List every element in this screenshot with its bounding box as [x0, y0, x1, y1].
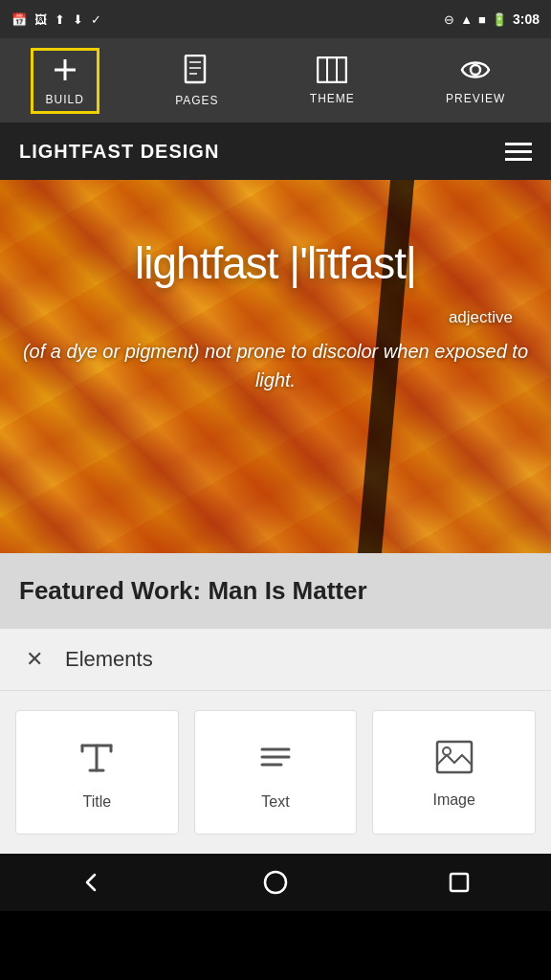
- build-label: BUILD: [46, 93, 84, 106]
- hero-description: (of a dye or pigment) not prone to disco…: [19, 337, 532, 394]
- element-image-card[interactable]: Image: [372, 710, 536, 835]
- nav-bar: LIGHTFAST DESIGN: [0, 122, 551, 180]
- build-tab[interactable]: BUILD: [31, 48, 99, 114]
- text-icon: [256, 738, 295, 782]
- preview-tab[interactable]: PREVIEW: [430, 49, 520, 113]
- pages-label: PAGES: [175, 94, 218, 107]
- hero-section: lightfast |'lītfast| adjective (of a dye…: [0, 180, 551, 553]
- elements-panel: ✕ Elements Title: [0, 629, 551, 854]
- wifi-icon: ▲: [460, 12, 473, 27]
- hamburger-line-1: [505, 143, 532, 145]
- image-element-icon: [435, 740, 474, 780]
- title-icon: [77, 738, 116, 782]
- toolbar: BUILD PAGES THEME: [0, 38, 551, 122]
- hero-subtitle: adjective: [19, 308, 532, 327]
- elements-panel-title: Elements: [65, 647, 153, 672]
- home-button[interactable]: [252, 858, 299, 906]
- element-title-card[interactable]: Title: [15, 710, 179, 835]
- nav-title: LIGHTFAST DESIGN: [19, 141, 219, 163]
- element-text-card[interactable]: Text: [194, 710, 358, 835]
- build-icon: [51, 56, 79, 89]
- theme-label: THEME: [310, 92, 355, 105]
- hamburger-menu[interactable]: [505, 143, 532, 161]
- preview-label: PREVIEW: [446, 92, 505, 105]
- recents-button[interactable]: [435, 858, 483, 906]
- svg-point-16: [265, 872, 286, 893]
- svg-rect-7: [318, 57, 346, 82]
- upload-icon: ⬆: [55, 12, 65, 27]
- hamburger-line-2: [505, 150, 532, 153]
- pages-tab[interactable]: PAGES: [160, 47, 233, 115]
- close-elements-button[interactable]: ✕: [19, 644, 50, 675]
- signal-icon: ■: [478, 12, 486, 27]
- status-bar: 📅 🖼 ⬆ ⬇ ✓ ⊖ ▲ ■ 🔋 3:08: [0, 0, 551, 38]
- theme-tab[interactable]: THEME: [295, 49, 370, 113]
- pages-icon: [184, 55, 210, 90]
- featured-title: Featured Work: Man Is Matter: [19, 576, 367, 605]
- image-element-label: Image: [432, 791, 474, 809]
- download-icon: ⬇: [73, 12, 83, 27]
- battery-icon: 🔋: [492, 12, 507, 27]
- hero-content: lightfast |'lītfast| adjective (of a dye…: [0, 180, 551, 413]
- featured-section: Featured Work: Man Is Matter: [0, 553, 551, 629]
- svg-point-10: [471, 65, 480, 75]
- status-bar-right: ⊖ ▲ ■ 🔋 3:08: [444, 11, 540, 27]
- title-element-label: Title: [83, 793, 112, 811]
- status-time: 3:08: [513, 11, 540, 27]
- back-button[interactable]: [68, 858, 116, 906]
- hero-title: lightfast |'lītfast|: [19, 237, 532, 289]
- hamburger-line-3: [505, 158, 532, 161]
- elements-header: ✕ Elements: [0, 629, 551, 691]
- preview-icon: [460, 56, 491, 88]
- status-bar-left: 📅 🖼 ⬆ ⬇ ✓: [11, 12, 101, 27]
- theme-icon: [317, 56, 347, 88]
- text-element-label: Text: [261, 793, 289, 811]
- calendar-icon: 📅: [11, 12, 27, 27]
- svg-rect-3: [186, 56, 205, 82]
- svg-rect-17: [451, 874, 468, 891]
- svg-rect-14: [437, 742, 472, 772]
- elements-grid: Title Text Image: [0, 691, 551, 854]
- bottom-nav: [0, 854, 551, 911]
- image-status-icon: 🖼: [34, 12, 47, 27]
- minus-icon: ⊖: [444, 12, 454, 27]
- clipboard-icon: ✓: [91, 12, 101, 27]
